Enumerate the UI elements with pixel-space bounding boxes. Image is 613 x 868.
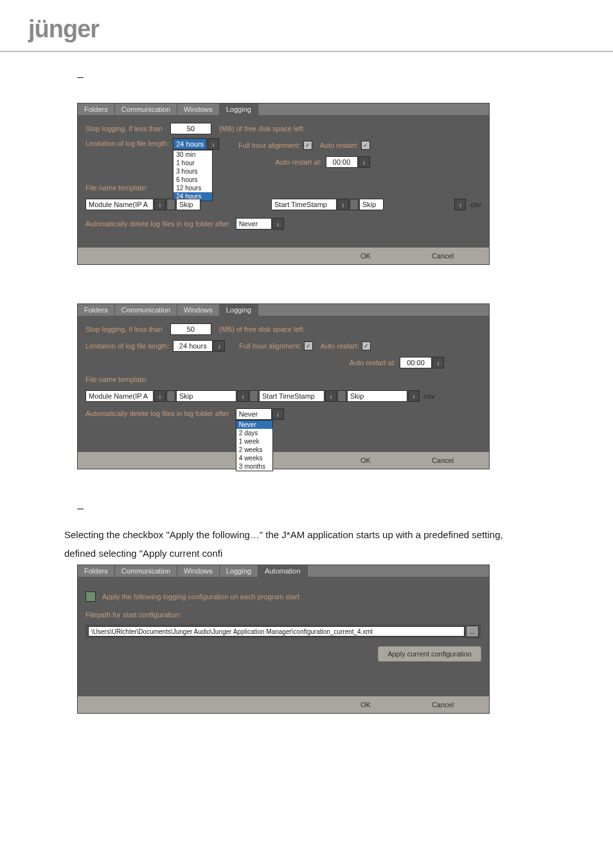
auto-restart-at-input-2[interactable] — [400, 357, 432, 368]
limitation-selected[interactable]: 24 hours — [173, 138, 207, 150]
template-seg2-input-2[interactable] — [259, 390, 324, 402]
opt-1week[interactable]: 1 week — [236, 437, 272, 446]
ok-button-3[interactable]: OK — [345, 700, 386, 710]
template-sep-2a[interactable] — [350, 199, 359, 210]
limitation-input-2[interactable] — [173, 340, 213, 352]
limitation-option-list[interactable]: 30 min 1 hour 3 hours 6 hours 12 hours 2… — [173, 150, 213, 201]
template-seg1-input[interactable] — [85, 199, 154, 210]
auto-delete-input[interactable] — [236, 218, 272, 230]
tab-folders[interactable]: Folders — [78, 104, 115, 115]
auto-restart-at-dropdown-icon[interactable] — [359, 156, 370, 168]
auto-restart-at-label-2: Auto restart at: — [350, 359, 396, 366]
tab-folders-2[interactable]: Folders — [78, 304, 115, 316]
stop-logging-input[interactable] — [170, 123, 211, 134]
opt-3hours[interactable]: 3 hours — [173, 167, 212, 176]
auto-delete-label: Automatically delete log files in log fo… — [85, 220, 229, 228]
apply-following-checkbox[interactable] — [85, 592, 96, 602]
template-sep-1b[interactable] — [166, 390, 175, 402]
cancel-button[interactable]: Cancel — [422, 251, 463, 261]
opt-12hours[interactable]: 12 hours — [173, 184, 212, 192]
auto-delete-label-2: Automatically delete log files in log fo… — [85, 410, 229, 417]
template-seg1-dropdown-icon-2[interactable] — [154, 390, 166, 402]
opt-never[interactable]: Never — [236, 420, 272, 429]
auto-restart-at-input[interactable] — [326, 156, 358, 168]
template-sep2-input[interactable] — [359, 199, 384, 210]
apply-following-label: Apply the following logging configuratio… — [102, 593, 299, 601]
tabs-2: Folders Communication Windows Logging — [78, 304, 489, 316]
limitation-dropdown-icon[interactable] — [208, 138, 219, 150]
opt-30min[interactable]: 30 min — [173, 150, 212, 159]
template-sep-2b[interactable] — [337, 390, 346, 402]
auto-restart-at-dropdown-icon-2[interactable] — [432, 357, 444, 368]
full-hour-checkbox[interactable] — [303, 141, 312, 150]
opt-3months[interactable]: 3 months — [236, 462, 272, 471]
settings-panel-1: Folders Communication Windows Logging St… — [77, 103, 490, 265]
panel1-footer: OK Cancel — [78, 248, 489, 264]
template-sep1-dropdown-icon-2[interactable] — [237, 390, 249, 402]
auto-delete-option-list[interactable]: Never 2 days 1 week 2 weeks 4 weeks 3 mo… — [236, 420, 273, 471]
auto-restart-label-2: Auto restart: — [321, 342, 359, 350]
tabs-1: Folders Communication Windows Logging — [78, 104, 489, 115]
template-seg1-dropdown-icon[interactable] — [154, 199, 166, 210]
stop-logging-unit: (MB) of free disk space left. — [219, 125, 305, 132]
stop-logging-input-2[interactable] — [170, 323, 211, 335]
settings-panel-3: Folders Communication Windows Logging Au… — [77, 565, 490, 714]
tab-windows[interactable]: Windows — [177, 104, 220, 115]
filepath-label: Filepath for start configuration: — [85, 611, 181, 619]
panel3-footer: OK Cancel — [78, 696, 489, 713]
auto-restart-label: Auto restart: — [320, 141, 359, 149]
template-sep-mid[interactable] — [249, 390, 258, 402]
tab-windows-2[interactable]: Windows — [177, 304, 220, 316]
filepath-input[interactable] — [88, 626, 465, 637]
template-sep1-input[interactable] — [176, 199, 200, 210]
cancel-button-2[interactable]: Cancel — [422, 455, 463, 466]
opt-4weeks[interactable]: 4 weeks — [236, 454, 272, 462]
apply-current-configuration-button[interactable]: Apply current configuration — [378, 646, 481, 662]
template-ext-dropdown-icon[interactable] — [454, 199, 466, 210]
template-seg2-input[interactable] — [271, 199, 337, 210]
template-sep2-dropdown-icon-2[interactable] — [408, 390, 420, 402]
auto-delete-dropdown-icon-2[interactable] — [272, 408, 284, 420]
limitation-dropdown-icon-2[interactable] — [213, 340, 225, 352]
tab-communication-2[interactable]: Communication — [115, 304, 177, 316]
auto-delete-input-2[interactable] — [236, 408, 272, 420]
template-sep1-input-2[interactable] — [176, 390, 236, 402]
template-seg2-dropdown-icon-2[interactable] — [325, 390, 337, 402]
stop-logging-unit-2: (MB) of free disk space left. — [219, 325, 305, 333]
template-seg2-dropdown-icon[interactable] — [337, 199, 349, 210]
full-hour-label-2: Full hour alignment: — [239, 342, 301, 350]
template-sep-1a[interactable] — [166, 199, 175, 210]
stop-logging-label: Stop logging, if less than — [85, 125, 163, 132]
opt-1hour[interactable]: 1 hour — [173, 159, 212, 167]
auto-restart-at-label: Auto restart at: — [275, 158, 321, 166]
settings-panel-2: Folders Communication Windows Logging St… — [77, 303, 490, 469]
logo: jünger — [28, 15, 99, 42]
auto-restart-checkbox-2[interactable] — [362, 341, 371, 350]
tab-communication[interactable]: Communication — [115, 104, 177, 115]
template-ext-label: .csv — [468, 201, 481, 208]
section-dash-2: – — [77, 502, 613, 515]
tab-automation[interactable]: Automation — [258, 565, 308, 577]
opt-2weeks[interactable]: 2 weeks — [236, 446, 272, 454]
template-sep2-input-2[interactable] — [347, 390, 407, 402]
stop-logging-label-2: Stop logging, if less than — [85, 325, 163, 333]
auto-restart-checkbox[interactable] — [361, 141, 370, 150]
tab-communication-3[interactable]: Communication — [115, 565, 177, 577]
tab-folders-3[interactable]: Folders — [78, 565, 115, 577]
ok-button-2[interactable]: OK — [345, 455, 386, 466]
tab-logging-2[interactable]: Logging — [220, 304, 258, 316]
tab-logging[interactable]: Logging — [220, 104, 258, 115]
logo-bar: jünger — [0, 0, 613, 52]
browse-button[interactable]: ... — [466, 626, 479, 637]
tab-logging-3[interactable]: Logging — [220, 565, 258, 577]
tab-windows-3[interactable]: Windows — [177, 565, 220, 577]
opt-2days[interactable]: 2 days — [236, 429, 272, 437]
template-ext-label-2: .csv — [422, 392, 435, 400]
opt-6hours[interactable]: 6 hours — [173, 176, 212, 184]
file-name-template-label-2: File name template: — [85, 375, 148, 383]
ok-button[interactable]: OK — [345, 251, 386, 261]
full-hour-checkbox-2[interactable] — [304, 341, 313, 350]
auto-delete-dropdown-icon[interactable] — [272, 218, 284, 230]
cancel-button-3[interactable]: Cancel — [422, 700, 463, 710]
template-seg1-input-2[interactable] — [85, 390, 154, 402]
